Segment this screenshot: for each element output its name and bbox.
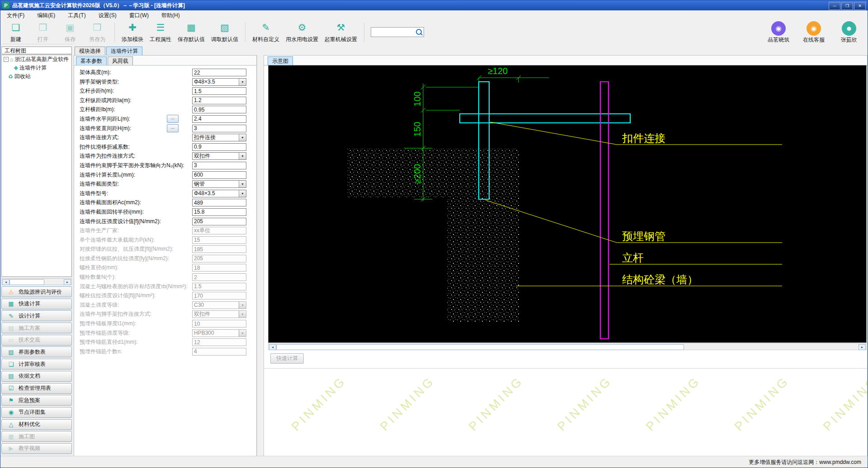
dropdown-arrow-icon[interactable]: ▼ xyxy=(239,153,246,159)
minimize-button[interactable]: ─ xyxy=(829,2,840,10)
scroll-left-icon[interactable]: ◂ xyxy=(269,344,276,350)
toolbar-button[interactable]: ✎ 材料自定义 xyxy=(249,21,283,44)
tree-item-recycle-bin[interactable]: ♻ 回收站 xyxy=(2,72,71,81)
toolbar-button[interactable]: ⚙ 用水用电设置 xyxy=(283,21,321,44)
field-input[interactable]: 489 ▼ xyxy=(192,199,246,206)
dropdown-arrow-icon[interactable]: ▼ xyxy=(239,134,246,141)
field-input[interactable]: 1.5 ▼ xyxy=(192,87,246,95)
field-input[interactable]: 1.5 ▼ xyxy=(192,283,246,290)
parameter-tab[interactable]: 风荷载 xyxy=(108,56,133,65)
sidebar-button[interactable]: ▦ 施工图 xyxy=(1,431,72,442)
toolbar-button[interactable]: ▦ 保存默认值 xyxy=(175,21,208,44)
search-input[interactable] xyxy=(371,27,424,37)
toolbar-right-item[interactable]: ◉ 在线客服 xyxy=(800,21,828,44)
field-input[interactable]: 22 ▼ xyxy=(192,69,246,76)
toolbar-right-item[interactable]: ◉ 品茗晓筑 xyxy=(764,21,793,44)
tab-schematic[interactable]: 示意图 xyxy=(268,56,293,65)
tree-root-label[interactable]: 浙江品茗高新产业软件 xyxy=(14,56,69,63)
ellipsis-button[interactable]: ... xyxy=(167,124,179,132)
dropdown-arrow-icon[interactable]: ▼ xyxy=(239,311,246,318)
module-tab[interactable]: 连墙件计算 xyxy=(106,47,142,55)
tree-expander-icon[interactable]: − xyxy=(4,57,9,62)
sidebar-button[interactable]: ▦ 快速计算 xyxy=(1,299,72,309)
scroll-right-icon[interactable]: ▸ xyxy=(64,279,71,285)
sidebar-button[interactable]: ◉ 节点详图集 xyxy=(1,407,72,418)
menu-item[interactable]: 工具(T) xyxy=(61,10,92,21)
field-input[interactable]: 205 ▼ xyxy=(192,255,246,262)
toolbar-button[interactable]: ❐ 另存为 xyxy=(84,21,111,44)
maximize-button[interactable]: ❐ xyxy=(841,2,853,10)
toolbar-button[interactable]: ❏ 新建 xyxy=(2,21,29,44)
field-input[interactable]: 2.4 ▼ xyxy=(192,115,246,123)
toolbar-button[interactable]: ▣ 保存 xyxy=(57,21,84,44)
toolbar-button[interactable]: ✚ 添加模块 xyxy=(118,21,146,44)
field-input[interactable]: 185 ▼ xyxy=(192,245,246,253)
field-input[interactable]: 600 ▼ xyxy=(192,171,246,179)
field-input[interactable]: 2 ▼ xyxy=(192,273,246,281)
scrollbar-thumb[interactable] xyxy=(276,344,684,350)
dropdown-arrow-icon[interactable]: ▼ xyxy=(239,302,246,309)
tree-item-label[interactable]: 连墙件计算 xyxy=(19,64,47,72)
sidebar-button[interactable]: ✎ 设计计算 xyxy=(1,310,72,321)
toolbar-button[interactable]: ⚒ 起重机械设置 xyxy=(321,21,360,44)
menu-item[interactable]: 设置(S) xyxy=(92,10,123,21)
dropdown-arrow-icon[interactable]: ▼ xyxy=(239,190,246,197)
scroll-left-icon[interactable]: ◂ xyxy=(2,279,9,285)
scroll-right-icon[interactable]: ▸ xyxy=(859,344,866,350)
field-input[interactable]: 3 ▼ xyxy=(192,162,246,169)
field-input[interactable]: 3 ▼ xyxy=(192,125,246,132)
field-input[interactable]: 15.8 ▼ xyxy=(192,208,246,216)
pinming-assistant-icon[interactable]: ◉ xyxy=(771,21,786,36)
online-service-icon[interactable]: ◉ xyxy=(807,21,821,36)
dropdown-arrow-icon[interactable]: ▼ xyxy=(239,79,246,85)
menu-item[interactable]: 帮助(H) xyxy=(155,10,186,21)
menu-item[interactable]: 编辑(E) xyxy=(31,10,61,21)
field-input[interactable]: 1.2 ▼ xyxy=(192,97,246,104)
sidebar-button[interactable]: ❏ 计算审核表 xyxy=(1,359,72,370)
scrollbar-thumb[interactable] xyxy=(9,279,44,285)
field-input[interactable]: Φ48×3.5 ▼ xyxy=(192,78,246,86)
user-avatar-icon[interactable]: ☻ xyxy=(842,21,856,36)
field-input[interactable]: 15 ▼ xyxy=(192,236,246,244)
sidebar-button[interactable]: ☑ 检查管理用表 xyxy=(1,383,72,394)
quick-calc-button[interactable]: 快速计算 xyxy=(270,353,304,364)
field-input[interactable]: C30 ▼ xyxy=(192,301,246,309)
canvas-horizontal-scrollbar[interactable]: ◂ ▸ xyxy=(268,343,867,350)
sidebar-button[interactable]: △ 材料优化 xyxy=(1,419,72,430)
sidebar-button[interactable]: ⚑ 应急预案 xyxy=(1,395,72,406)
ellipsis-button[interactable]: ... xyxy=(167,115,179,123)
close-button[interactable]: ✕ xyxy=(854,2,866,10)
field-input[interactable]: 扣件连接 ▼ xyxy=(192,134,246,141)
search-icon[interactable] xyxy=(416,29,422,35)
field-input[interactable]: 0.95 ▼ xyxy=(192,106,246,113)
menu-item[interactable]: 文件(F) xyxy=(0,10,31,21)
field-input[interactable]: 双扣件 ▼ xyxy=(192,152,246,160)
toolbar-button[interactable]: ☰ 工程属性 xyxy=(146,21,175,44)
module-tab[interactable]: 模块选择 xyxy=(75,47,105,55)
field-input[interactable]: Φ48×3.5 ▼ xyxy=(192,190,246,197)
field-input[interactable]: xx单位 ▼ xyxy=(192,227,246,234)
sidebar-button[interactable]: ▶ 教学视频 xyxy=(1,443,72,454)
toolbar-right-item[interactable]: ☻ 张茹欣 xyxy=(835,21,863,44)
field-input[interactable]: 205 ▼ xyxy=(192,218,246,225)
dropdown-arrow-icon[interactable]: ▼ xyxy=(239,330,246,337)
dropdown-arrow-icon[interactable]: ▼ xyxy=(239,181,246,187)
menu-item[interactable]: 窗口(W) xyxy=(123,10,155,21)
parameter-tab[interactable]: 基本参数 xyxy=(76,56,107,65)
field-input[interactable]: 双扣件 ▼ xyxy=(192,310,246,318)
sidebar-button[interactable]: ▤ 依据文档 xyxy=(1,371,72,382)
sidebar-button[interactable]: ⚠ 危险源辨识与评价 xyxy=(1,286,72,297)
field-input[interactable]: 10 ▼ xyxy=(192,320,246,328)
field-input[interactable]: 4 ▼ xyxy=(192,348,246,356)
tree-root-item[interactable]: − ⌂ 浙江品茗高新产业软件 xyxy=(2,55,71,64)
field-input[interactable]: 钢管 ▼ xyxy=(192,180,246,188)
tree-item-label[interactable]: 回收站 xyxy=(14,73,31,80)
field-input[interactable]: 12 ▼ xyxy=(192,338,246,346)
toolbar-button[interactable]: ❒ 打开 xyxy=(29,21,57,44)
form-vertical-scrollbar[interactable] xyxy=(257,55,264,457)
sidebar-button[interactable]: ▭ 技术交底 xyxy=(1,335,72,346)
field-input[interactable]: 18 ▼ xyxy=(192,264,246,271)
field-input[interactable]: 0.9 ▼ xyxy=(192,143,246,151)
tree-horizontal-scrollbar[interactable]: ◂ ▸ xyxy=(1,278,72,285)
field-input[interactable]: 170 ▼ xyxy=(192,292,246,300)
